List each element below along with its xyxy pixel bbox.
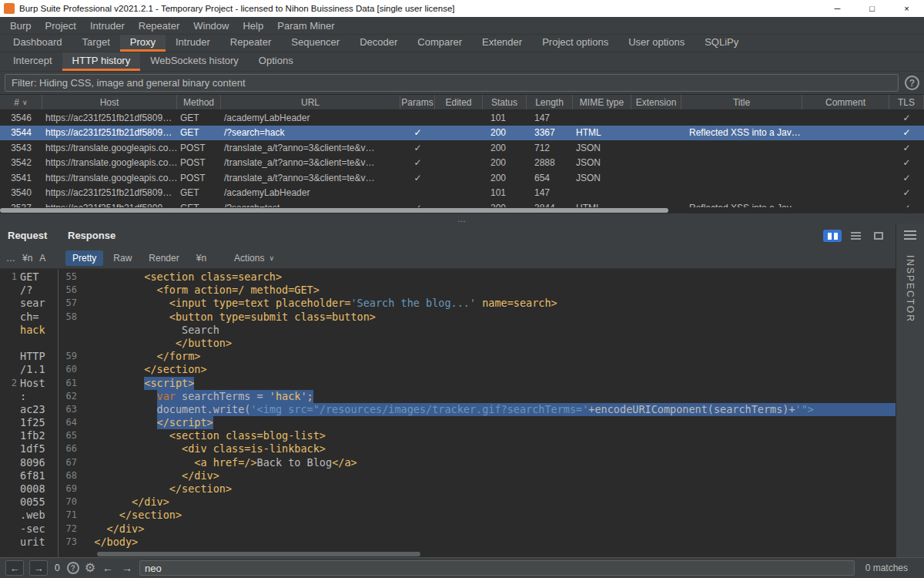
response-horizontal-scrollbar[interactable] — [82, 551, 894, 557]
previous-match-button[interactable]: ← — [101, 562, 115, 574]
column-header-edited[interactable]: Edited — [435, 95, 483, 109]
cell-title — [681, 156, 802, 171]
editor-view-raw[interactable]: Raw — [106, 250, 139, 266]
tab-project-options[interactable]: Project options — [532, 35, 618, 52]
column-header-tls[interactable]: TLS — [889, 95, 924, 109]
column-header-extension[interactable]: Extension — [631, 95, 681, 109]
response-scrollbar-thumb[interactable] — [97, 552, 420, 556]
history-row-3544[interactable]: 3544https://ac231f251fb21df5809…GET/?sea… — [0, 126, 924, 141]
editor-view-n[interactable]: ¥n — [189, 250, 213, 266]
cell-host: https://ac231f251fb21df5809… — [42, 200, 177, 207]
history-row-3541[interactable]: 3541https://translate.googleapis.co…POST… — [0, 170, 924, 186]
split-columns-view-button[interactable] — [823, 230, 842, 242]
cell-extension — [631, 170, 681, 186]
cell-title: Reflected XSS into a Jav… — [681, 126, 802, 141]
tab-user-options[interactable]: User options — [618, 35, 695, 52]
table-horizontal-scrollbar[interactable] — [0, 207, 924, 213]
history-back-button[interactable]: ← — [5, 560, 24, 576]
column-header-url[interactable]: URL — [221, 95, 400, 109]
table-scrollbar-thumb[interactable] — [0, 208, 668, 213]
filter-help-icon[interactable]: ? — [905, 76, 919, 90]
split-rows-view-button[interactable] — [846, 230, 865, 242]
request-panel-title[interactable]: Request — [8, 230, 47, 241]
search-help-icon[interactable]: ? — [67, 562, 79, 574]
cell-url: /?search=test — [221, 200, 400, 207]
search-settings-icon[interactable]: ⚙ — [85, 562, 95, 574]
subtab-options[interactable]: Options — [249, 52, 303, 71]
cell-length: 2888 — [527, 156, 573, 171]
tab-repeater[interactable]: Repeater — [220, 35, 281, 52]
column-header-length[interactable]: Length — [527, 95, 573, 109]
cell-edited — [435, 186, 483, 201]
cell-status: 101 — [483, 110, 527, 126]
cell-method: POST — [177, 170, 221, 186]
menu-item-intruder[interactable]: Intruder — [83, 17, 132, 34]
response-line: 65<section class=blog-list> — [59, 429, 896, 442]
history-row-3537[interactable]: 3537https://ac231f251fb21df5809…GET/?sea… — [0, 200, 924, 207]
menu-item-param-miner[interactable]: Param Miner — [270, 17, 341, 34]
column-header-params[interactable]: Params — [400, 95, 435, 109]
menu-item-burp[interactable]: Burp — [3, 17, 38, 34]
request-editor[interactable]: 1GET/?search=hackHTTP/1.12Host:ac231f251… — [0, 269, 59, 557]
column-header-title[interactable]: Title — [681, 95, 802, 109]
tab-comparer[interactable]: Comparer — [407, 35, 472, 52]
inspector-menu-icon[interactable] — [904, 230, 916, 240]
pane-splitter[interactable]: … — [0, 213, 924, 223]
request-toolbar-button-2[interactable]: A — [38, 251, 47, 265]
subtab-http-history[interactable]: HTTP history — [62, 52, 141, 71]
cell-comment — [802, 170, 889, 186]
tab-extender[interactable]: Extender — [472, 35, 532, 52]
column-header-host[interactable]: Host — [42, 95, 177, 109]
close-button[interactable]: × — [889, 0, 924, 17]
cell-title: Reflected XSS into a Jav… — [681, 200, 802, 207]
inspector-panel[interactable]: INSPECTOR — [896, 223, 924, 557]
history-row-3540[interactable]: 3540https://ac231f251fb21df5809…GET/acad… — [0, 186, 924, 201]
search-input[interactable] — [139, 560, 855, 576]
cell-id: 3542 — [0, 156, 42, 171]
menu-item-project[interactable]: Project — [38, 17, 82, 34]
tab-proxy[interactable]: Proxy — [120, 35, 166, 52]
column-header-status[interactable]: Status — [483, 95, 527, 109]
request-line — [0, 337, 58, 350]
tab-decoder[interactable]: Decoder — [350, 35, 407, 52]
column-header-method[interactable]: Method — [177, 95, 221, 109]
history-row-3543[interactable]: 3543https://translate.googleapis.co…POST… — [0, 140, 924, 156]
history-row-3542[interactable]: 3542https://translate.googleapis.co…POST… — [0, 156, 924, 171]
tab-target[interactable]: Target — [72, 35, 120, 52]
cell-params: ✓ — [400, 170, 435, 186]
title-bar: Burp Suite Professional v2021.2.1 - Temp… — [0, 0, 924, 17]
cell-tls: ✓ — [889, 200, 924, 207]
menu-item-window[interactable]: Window — [186, 17, 236, 34]
response-line: 58<button type=submit class=button> — [59, 311, 896, 324]
column-header-index[interactable]: #∨ — [0, 95, 42, 109]
tab-sequencer[interactable]: Sequencer — [281, 35, 350, 52]
request-toolbar-button-0[interactable]: … — [5, 251, 17, 265]
editor-view-actions[interactable]: Actions∨ — [227, 250, 281, 266]
response-panel-title[interactable]: Response — [68, 230, 116, 241]
history-forward-button[interactable]: → — [29, 560, 48, 576]
next-match-button[interactable]: → — [120, 562, 134, 574]
subtab-websockets-history[interactable]: WebSockets history — [140, 52, 249, 71]
column-header-mime-type[interactable]: MIME type — [573, 95, 631, 109]
cell-status: 200 — [483, 140, 527, 156]
filter-box[interactable]: Filter: Hiding CSS, image and general bi… — [5, 74, 899, 92]
maximize-button[interactable]: □ — [855, 0, 889, 17]
cell-extension — [631, 156, 681, 171]
cell-comment — [802, 186, 889, 201]
cell-extension — [631, 140, 681, 156]
tab-sqlipy[interactable]: SQLiPy — [695, 35, 748, 52]
response-editor[interactable]: 55<section class=search>56<form action=/… — [59, 269, 896, 557]
tab-intruder[interactable]: Intruder — [166, 35, 220, 52]
single-view-button[interactable] — [869, 230, 888, 242]
column-header-comment[interactable]: Comment — [802, 95, 889, 109]
menu-item-help[interactable]: Help — [236, 17, 270, 34]
history-row-3546[interactable]: 3546https://ac231f251fb21df5809…GET/acad… — [0, 110, 924, 126]
editor-view-render[interactable]: Render — [142, 250, 186, 266]
menu-item-repeater[interactable]: Repeater — [132, 17, 186, 34]
minimize-button[interactable]: ─ — [820, 0, 855, 17]
tab-dashboard[interactable]: Dashboard — [3, 35, 72, 52]
editor-view-pretty[interactable]: Pretty — [65, 250, 103, 266]
subtab-intercept[interactable]: Intercept — [3, 52, 62, 71]
cell-tls: ✓ — [889, 110, 924, 126]
request-toolbar-button-1[interactable]: ¥n — [21, 251, 34, 265]
